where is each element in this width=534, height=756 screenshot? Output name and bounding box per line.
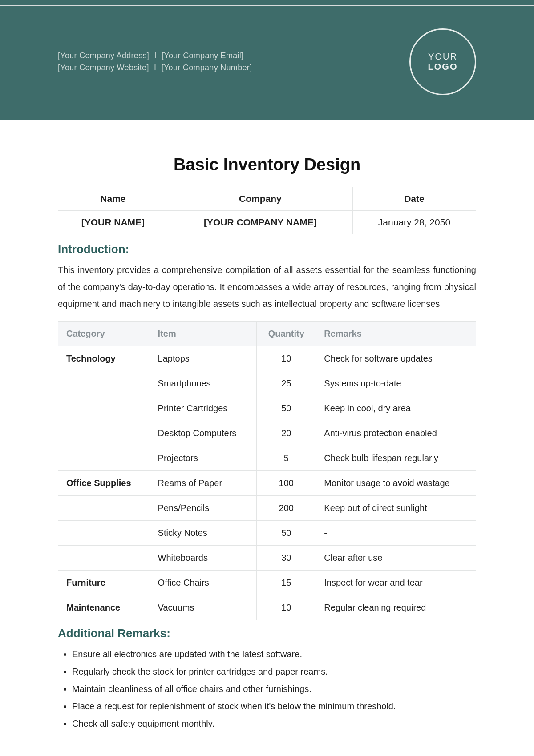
logo-placeholder: YOUR LOGO <box>409 28 476 95</box>
cell-category: Office Supplies <box>58 471 150 496</box>
meta-value-company: [YOUR COMPANY NAME] <box>168 211 352 234</box>
cell-item: Projectors <box>150 446 257 471</box>
cell-quantity: 20 <box>257 421 316 446</box>
meta-value-name: [YOUR NAME] <box>58 211 168 234</box>
cell-category <box>58 371 150 396</box>
list-item: Ensure all electronics are updated with … <box>72 646 476 663</box>
meta-value-date: January 28, 2050 <box>352 211 476 234</box>
separator: I <box>154 51 156 60</box>
inventory-header-row: Category Item Quantity Remarks <box>58 322 476 346</box>
cell-item: Pens/Pencils <box>150 496 257 521</box>
company-email: [Your Company Email] <box>162 51 243 60</box>
cell-quantity: 200 <box>257 496 316 521</box>
introduction-text: This inventory provides a comprehensive … <box>58 261 476 312</box>
cell-item: Sticky Notes <box>150 521 257 546</box>
remarks-heading: Additional Remarks: <box>58 627 476 640</box>
remarks-list: Ensure all electronics are updated with … <box>58 646 476 732</box>
separator: I <box>154 63 156 72</box>
table-row: MaintenanceVacuums10Regular cleaning req… <box>58 595 476 620</box>
cell-category <box>58 546 150 571</box>
list-item: Check all safety equipment monthly. <box>72 715 476 732</box>
cell-remarks: Inspect for wear and tear <box>316 571 476 595</box>
list-item: Regularly check the stock for printer ca… <box>72 663 476 680</box>
meta-header-date: Date <box>352 187 476 211</box>
logo-line2: LOGO <box>428 62 458 72</box>
cell-remarks: Clear after use <box>316 546 476 571</box>
cell-quantity: 100 <box>257 471 316 496</box>
list-item: Place a request for replenishment of sto… <box>72 698 476 715</box>
cell-remarks: Regular cleaning required <box>316 595 476 620</box>
cell-quantity: 10 <box>257 346 316 371</box>
introduction-heading: Introduction: <box>58 242 476 256</box>
cell-remarks: Keep in cool, dry area <box>316 396 476 421</box>
table-row: Sticky Notes50- <box>58 521 476 546</box>
cell-category: Maintenance <box>58 595 150 620</box>
cell-remarks: Check for software updates <box>316 346 476 371</box>
logo-line1: YOUR <box>428 52 457 62</box>
cell-quantity: 50 <box>257 521 316 546</box>
company-website: [Your Company Website] <box>58 63 149 72</box>
header-banner: [Your Company Address] I [Your Company E… <box>0 6 534 120</box>
meta-table: Name Company Date [YOUR NAME] [YOUR COMP… <box>58 187 476 234</box>
col-remarks: Remarks <box>316 322 476 346</box>
cell-category <box>58 446 150 471</box>
col-category: Category <box>58 322 150 346</box>
document-body: Basic Inventory Design Name Company Date… <box>0 120 534 756</box>
company-address: [Your Company Address] <box>58 51 149 60</box>
table-row: FurnitureOffice Chairs15Inspect for wear… <box>58 571 476 595</box>
cell-remarks: Anti-virus protection enabled <box>316 421 476 446</box>
cell-quantity: 5 <box>257 446 316 471</box>
cell-remarks: Systems up-to-date <box>316 371 476 396</box>
col-quantity: Quantity <box>257 322 316 346</box>
table-row: Projectors5Check bulb lifespan regularly <box>58 446 476 471</box>
table-row: Pens/Pencils200Keep out of direct sunlig… <box>58 496 476 521</box>
cell-category <box>58 496 150 521</box>
table-row: Printer Cartridges50Keep in cool, dry ar… <box>58 396 476 421</box>
cell-remarks: Monitor usage to avoid wastage <box>316 471 476 496</box>
inventory-table: Category Item Quantity Remarks Technolog… <box>58 321 476 620</box>
table-row: Whiteboards30Clear after use <box>58 546 476 571</box>
table-row: TechnologyLaptops10Check for software up… <box>58 346 476 371</box>
cell-item: Laptops <box>150 346 257 371</box>
cell-item: Whiteboards <box>150 546 257 571</box>
cell-quantity: 25 <box>257 371 316 396</box>
company-number: [Your Company Number] <box>162 63 252 72</box>
meta-header-company: Company <box>168 187 352 211</box>
cell-category: Furniture <box>58 571 150 595</box>
cell-remarks: Check bulb lifespan regularly <box>316 446 476 471</box>
col-item: Item <box>150 322 257 346</box>
cell-category <box>58 521 150 546</box>
cell-category: Technology <box>58 346 150 371</box>
cell-remarks: Keep out of direct sunlight <box>316 496 476 521</box>
meta-header-name: Name <box>58 187 168 211</box>
table-row: Desktop Computers20Anti-virus protection… <box>58 421 476 446</box>
company-info: [Your Company Address] I [Your Company E… <box>58 50 252 74</box>
cell-quantity: 10 <box>257 595 316 620</box>
cell-item: Reams of Paper <box>150 471 257 496</box>
cell-remarks: - <box>316 521 476 546</box>
list-item: Maintain cleanliness of all office chair… <box>72 680 476 698</box>
meta-header-row: Name Company Date <box>58 187 476 211</box>
meta-value-row: [YOUR NAME] [YOUR COMPANY NAME] January … <box>58 211 476 234</box>
cell-quantity: 15 <box>257 571 316 595</box>
cell-category <box>58 396 150 421</box>
cell-item: Desktop Computers <box>150 421 257 446</box>
table-row: Office SuppliesReams of Paper100Monitor … <box>58 471 476 496</box>
cell-item: Vacuums <box>150 595 257 620</box>
cell-category <box>58 421 150 446</box>
cell-quantity: 30 <box>257 546 316 571</box>
cell-quantity: 50 <box>257 396 316 421</box>
table-row: Smartphones25Systems up-to-date <box>58 371 476 396</box>
page-title: Basic Inventory Design <box>58 155 476 174</box>
cell-item: Smartphones <box>150 371 257 396</box>
cell-item: Office Chairs <box>150 571 257 595</box>
top-strip <box>0 0 534 5</box>
cell-item: Printer Cartridges <box>150 396 257 421</box>
